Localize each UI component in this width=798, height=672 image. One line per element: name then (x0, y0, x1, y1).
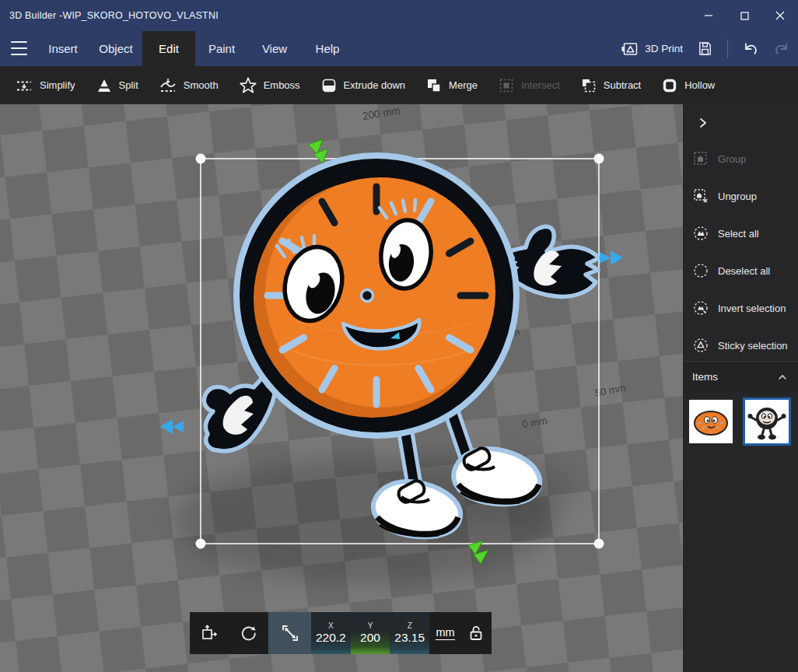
rotate-tool-button[interactable] (229, 612, 269, 654)
save-button[interactable] (697, 40, 713, 57)
clock-face (236, 156, 516, 436)
nose (362, 290, 373, 302)
aspect-lock-button[interactable] (461, 612, 492, 654)
intersect-icon (498, 77, 515, 94)
z-dimension-value[interactable]: 23.15 (394, 631, 425, 644)
unit-selector[interactable]: mm (429, 612, 461, 654)
simplify-label: Simplify (40, 79, 75, 91)
sticky-selection-label: Sticky selection (718, 340, 788, 352)
intersect-button[interactable]: Intersect (491, 72, 567, 99)
tab-view[interactable]: View (248, 31, 301, 66)
scale-tool-button[interactable] (268, 612, 311, 654)
tab-insert[interactable]: Insert (37, 31, 89, 66)
handle-bottom-left[interactable] (196, 539, 206, 549)
move-icon (199, 623, 219, 643)
close-button[interactable] (762, 0, 798, 31)
merge-icon (425, 77, 443, 94)
scale-arrow-top-green[interactable] (308, 139, 328, 163)
y-dimension-field[interactable]: Y 200 (351, 612, 390, 654)
z-axis-label: Z (408, 622, 412, 630)
scale-icon (280, 623, 300, 643)
3d-viewport[interactable]: 200 mm 50 mm 50 mm 0 mm (0, 104, 683, 672)
3d-printer-icon (621, 41, 639, 57)
ungroup-label: Ungroup (718, 191, 757, 202)
toolbar-separator (727, 40, 728, 58)
collapse-panel-button[interactable] (692, 112, 714, 134)
ungroup-button[interactable]: Ungroup (683, 177, 798, 215)
3d-print-label: 3D Print (645, 43, 683, 54)
select-all-button[interactable]: Select all (683, 215, 798, 252)
subtract-button[interactable]: Subtract (573, 72, 648, 99)
handle-top-left[interactable] (196, 154, 206, 164)
y-dimension-value[interactable]: 200 (360, 631, 380, 644)
chevron-right-icon (697, 117, 709, 129)
unit-label: mm (436, 626, 454, 640)
item-thumbnail-clock-character[interactable] (745, 400, 789, 443)
dimension-label-200mm: 200 mm (362, 105, 401, 122)
ungroup-icon (693, 188, 709, 204)
x-dimension-field[interactable]: X 220.2 (311, 612, 351, 654)
items-title: Items (692, 362, 718, 393)
simplify-icon (15, 77, 33, 94)
split-icon (96, 77, 113, 94)
hollow-label: Hollow (684, 79, 715, 91)
items-header[interactable]: Items (683, 362, 798, 393)
close-icon (775, 11, 785, 20)
z-dimension-field[interactable]: Z 23.15 (390, 612, 429, 654)
sticky-selection-button[interactable]: Sticky selection (683, 327, 798, 364)
extrude-down-icon (320, 77, 338, 94)
group-button[interactable]: Group (683, 140, 798, 177)
dimension-label-0mm: 0 mm (521, 415, 548, 430)
merge-label: Merge (449, 79, 478, 91)
3d-print-button[interactable]: 3D Print (621, 41, 683, 57)
minimize-icon (704, 11, 713, 20)
scene-overlay: 200 mm 50 mm 50 mm 0 mm (0, 104, 683, 672)
split-label: Split (119, 79, 138, 91)
3d-builder-window: 3D Builder -WIP_SKORO_HOTOVO_VLASTNI Ins… (0, 0, 798, 672)
items-collapse-button[interactable] (775, 369, 790, 385)
subtract-icon (580, 77, 597, 94)
window-title: 3D Builder -WIP_SKORO_HOTOVO_VLASTNI (9, 0, 219, 31)
menu-tabs: Insert Object Edit Paint View Help (37, 31, 354, 66)
titlebar[interactable]: 3D Builder -WIP_SKORO_HOTOVO_VLASTNI (0, 0, 798, 31)
merge-button[interactable]: Merge (418, 72, 485, 99)
menubar: Insert Object Edit Paint View Help 3D Pr… (0, 31, 798, 66)
emboss-button[interactable]: Emboss (232, 72, 307, 99)
invert-selection-button[interactable]: Invert selection (683, 289, 798, 327)
hollow-icon (661, 77, 678, 94)
select-all-icon (693, 226, 709, 241)
undo-button[interactable] (742, 40, 759, 58)
minimize-button[interactable] (691, 0, 726, 31)
redo-button[interactable] (773, 40, 790, 58)
right-shoe (453, 446, 540, 504)
deselect-all-icon (693, 263, 709, 278)
deselect-all-button[interactable]: Deselect all (683, 252, 798, 289)
emboss-icon (239, 76, 257, 94)
x-dimension-value[interactable]: 220.2 (316, 631, 346, 644)
scale-arrow-left-blue[interactable] (160, 419, 184, 434)
maximize-button[interactable] (726, 0, 762, 31)
hollow-button[interactable]: Hollow (654, 72, 722, 99)
deselect-all-label: Deselect all (718, 265, 770, 277)
hamburger-menu-button[interactable] (11, 40, 30, 56)
simplify-button[interactable]: Simplify (8, 72, 82, 99)
item-thumbnail-clock-face[interactable] (689, 400, 733, 443)
x-axis-label: X (328, 622, 334, 630)
handle-top-right[interactable] (594, 154, 604, 164)
split-button[interactable]: Split (89, 72, 145, 99)
tab-help[interactable]: Help (301, 31, 354, 66)
tab-edit[interactable]: Edit (142, 31, 195, 66)
invert-selection-label: Invert selection (718, 303, 786, 314)
move-tool-button[interactable] (190, 612, 229, 654)
maximize-icon (740, 12, 749, 20)
smooth-label: Smooth (184, 79, 219, 91)
scale-arrow-right-blue[interactable] (600, 250, 623, 265)
chevron-up-icon (777, 372, 788, 383)
group-icon (693, 151, 709, 166)
extrude-down-button[interactable]: Extrude down (313, 72, 413, 99)
handle-bottom-right[interactable] (594, 539, 604, 549)
smooth-button[interactable]: Smooth (152, 72, 226, 99)
tab-paint[interactable]: Paint (195, 31, 248, 66)
transform-toolbar: X 220.2 Y 200 Z 23.15 mm (190, 612, 492, 654)
tab-object[interactable]: Object (89, 31, 142, 66)
